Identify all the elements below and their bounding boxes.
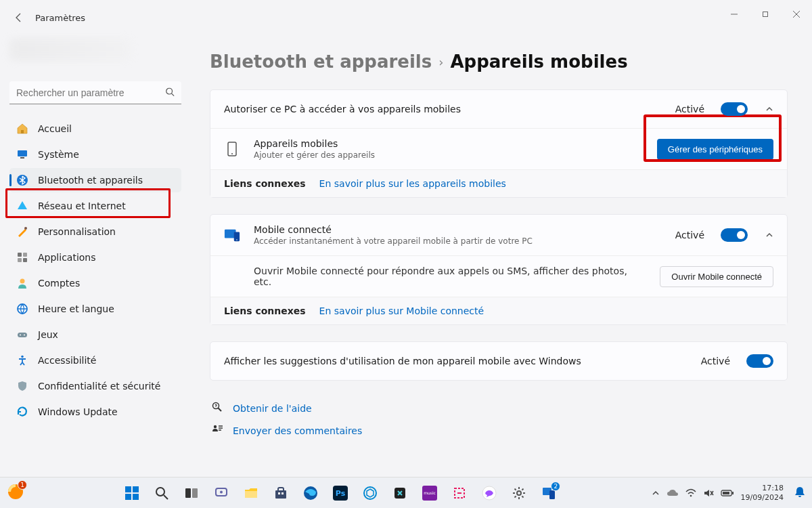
tray-chevron-icon[interactable] <box>652 489 660 497</box>
taskbar-app-photoshop[interactable]: Ps <box>328 480 353 506</box>
links-label: Liens connexes <box>224 178 306 189</box>
notification-icon[interactable] <box>794 486 805 501</box>
allow-access-toggle[interactable] <box>721 102 748 116</box>
taskbar-clock[interactable]: 17:18 19/09/2024 <box>741 484 788 501</box>
sidebar-item-label: Accessibilité <box>38 355 96 366</box>
maximize-button[interactable] <box>750 3 781 25</box>
taskbar-app-music[interactable]: music <box>417 480 443 506</box>
sidebar-item-label: Jeux <box>38 329 58 340</box>
svg-rect-1 <box>763 12 768 17</box>
status-label: Activé <box>675 230 704 240</box>
svg-point-19 <box>24 335 25 336</box>
allow-access-row[interactable]: Autoriser ce PC à accéder à vos appareil… <box>210 90 787 128</box>
tray-battery-icon[interactable] <box>721 489 734 497</box>
open-phone-link-row: Ouvrir Mobile connecté pour répondre aux… <box>210 255 787 297</box>
taskbar-app-phone-link[interactable]: 2 <box>536 480 562 506</box>
svg-point-33 <box>156 488 164 496</box>
tray-wifi-icon[interactable] <box>685 488 696 498</box>
svg-rect-6 <box>21 130 24 133</box>
sidebar-item-system[interactable]: Système <box>9 142 181 167</box>
svg-rect-7 <box>18 150 27 156</box>
suggestions-toggle[interactable] <box>746 354 773 368</box>
clock-date: 19/09/2024 <box>741 493 784 502</box>
sidebar-item-privacy[interactable]: Confidentialité et sécurité <box>9 374 181 398</box>
taskbar-explorer[interactable] <box>238 480 264 506</box>
svg-point-25 <box>236 239 237 240</box>
sidebar-item-update[interactable]: Windows Update <box>9 400 181 424</box>
svg-rect-62 <box>549 490 555 499</box>
sidebar-item-label: Applications <box>38 252 96 263</box>
wifi-icon <box>16 200 28 212</box>
svg-rect-17 <box>18 333 27 337</box>
taskbar-app-generic-2[interactable] <box>387 480 413 506</box>
svg-rect-40 <box>275 490 286 499</box>
sidebar-item-gaming[interactable]: Jeux <box>9 322 181 347</box>
minimize-button[interactable] <box>719 3 750 25</box>
sidebar-item-accessibility[interactable]: Accessibilité <box>9 348 181 373</box>
chevron-up-icon <box>765 229 773 242</box>
phone-link-toggle[interactable] <box>721 228 748 242</box>
get-help-row[interactable]: Obtenir de l'aide <box>210 397 788 419</box>
page-title: Appareils mobiles <box>450 51 627 72</box>
window-controls <box>719 0 812 28</box>
svg-rect-32 <box>133 494 139 500</box>
sidebar-item-personalization[interactable]: Personnalisation <box>9 219 181 244</box>
svg-rect-67 <box>732 492 734 494</box>
get-help-link[interactable]: Obtenir de l'aide <box>233 403 312 414</box>
taskbar-app-generic-1[interactable] <box>357 480 383 506</box>
person-icon <box>16 277 28 289</box>
sidebar-item-bluetooth[interactable]: Bluetooth et appareils <box>9 168 181 192</box>
start-button[interactable] <box>119 480 145 506</box>
close-button[interactable] <box>781 3 812 25</box>
phone-link-icon <box>224 227 240 243</box>
links-label: Liens connexes <box>224 305 306 316</box>
search-input[interactable] <box>16 87 158 98</box>
taskbar-chat[interactable] <box>208 480 234 506</box>
related-links-row: Liens connexes En savoir plus sur les ap… <box>210 169 787 197</box>
svg-rect-68 <box>723 492 729 494</box>
phone-link-row[interactable]: Mobile connecté Accéder instantanément à… <box>210 215 787 255</box>
manage-devices-button[interactable]: Gérer des périphériques <box>657 139 773 160</box>
feedback-link[interactable]: Envoyer des commentaires <box>233 425 362 436</box>
feedback-icon <box>211 423 223 438</box>
taskbar-taskview[interactable] <box>179 480 204 506</box>
suggestions-card: Afficher les suggestions d'utilisation d… <box>210 341 788 381</box>
svg-rect-12 <box>23 253 27 257</box>
taskbar-app-snip[interactable] <box>447 480 472 506</box>
breadcrumb-parent[interactable]: Bluetooth et appareils <box>210 51 432 72</box>
svg-rect-36 <box>192 488 198 498</box>
feedback-row[interactable]: Envoyer des commentaires <box>210 419 788 442</box>
svg-line-58 <box>522 496 524 497</box>
tray-volume-icon[interactable] <box>703 488 714 498</box>
sidebar-item-network[interactable]: Réseau et Internet <box>9 194 181 218</box>
taskbar-store[interactable] <box>268 480 294 506</box>
svg-rect-8 <box>20 157 24 158</box>
content-area: Bluetooth et appareils › Appareils mobil… <box>188 35 812 477</box>
sidebar-item-time-language[interactable]: Heure et langue <box>9 297 181 321</box>
back-button[interactable] <box>12 11 26 24</box>
taskbar-app-messenger[interactable] <box>476 480 502 506</box>
sidebar-item-label: Système <box>38 149 79 160</box>
taskbar-settings[interactable] <box>506 480 532 506</box>
sidebar-item-accounts[interactable]: Comptes <box>9 271 181 295</box>
svg-rect-35 <box>185 488 191 498</box>
tray-onedrive-icon[interactable] <box>667 488 679 498</box>
sidebar-item-label: Bluetooth et appareils <box>38 175 143 186</box>
allow-access-card: Autoriser ce PC à accéder à vos appareil… <box>210 89 788 198</box>
chevron-up-icon <box>765 103 773 116</box>
svg-rect-13 <box>18 258 22 262</box>
search-box[interactable] <box>9 81 181 104</box>
mobile-devices-row: Appareils mobiles Ajouter et gérer des a… <box>210 128 787 169</box>
sidebar-item-apps[interactable]: Applications <box>9 245 181 270</box>
suggestions-row[interactable]: Afficher les suggestions d'utilisation d… <box>210 342 787 380</box>
sidebar-item-home[interactable]: Accueil <box>9 117 181 141</box>
help-icon <box>211 401 223 415</box>
row-title: Afficher les suggestions d'utilisation d… <box>224 356 687 366</box>
taskbar-search[interactable] <box>149 480 175 506</box>
row-subtitle: Ajouter et gérer des appareils <box>254 150 644 160</box>
taskbar-app-edge[interactable]: 1 <box>3 479 28 505</box>
learn-more-link[interactable]: En savoir plus sur les appareils mobiles <box>319 178 506 189</box>
open-phone-link-button[interactable]: Ouvrir Mobile connecté <box>660 266 773 287</box>
learn-more-link[interactable]: En savoir plus sur Mobile connecté <box>319 305 484 316</box>
taskbar-edge[interactable] <box>298 480 323 506</box>
